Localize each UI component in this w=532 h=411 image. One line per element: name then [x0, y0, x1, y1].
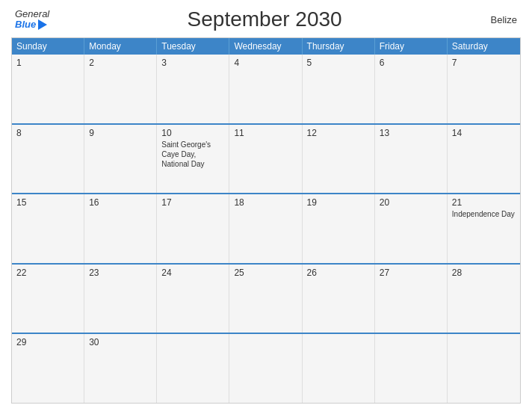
logo-blue-text: Blue: [15, 19, 36, 30]
day-number: 15: [16, 197, 79, 208]
day-number: 6: [380, 58, 442, 68]
day-number: 24: [161, 268, 224, 278]
day-number: 8: [16, 128, 79, 138]
calendar-grid: Sunday Monday Tuesday Wednesday Thursday…: [11, 37, 521, 404]
day-number: 2: [89, 58, 152, 68]
day-cell-w2-d5: 20: [375, 194, 448, 263]
day-cell-w2-d6: 21Independence Day: [448, 194, 520, 263]
day-number: 21: [452, 197, 516, 208]
day-number: 22: [16, 268, 79, 278]
day-cell-w2-d1: 16: [84, 194, 157, 263]
day-number: 17: [161, 197, 224, 208]
day-cell-w3-d2: 24: [157, 265, 229, 333]
day-cell-w0-d4: 5: [303, 55, 375, 123]
header-thursday: Thursday: [303, 38, 375, 55]
event-text: Saint George's Caye Day, National Day: [161, 140, 224, 169]
day-cell-w0-d6: 7: [448, 55, 520, 123]
day-number: 5: [307, 58, 370, 68]
header-tuesday: Tuesday: [157, 38, 229, 55]
header-monday: Monday: [84, 38, 157, 55]
header-wednesday: Wednesday: [229, 38, 302, 55]
day-number: 28: [452, 268, 516, 278]
day-cell-w4-d2: [157, 334, 229, 403]
day-number: 23: [89, 268, 152, 278]
day-cell-w3-d1: 23: [84, 265, 157, 333]
day-number: 19: [307, 197, 370, 208]
day-cell-w1-d3: 11: [229, 125, 302, 194]
week-row-2: 15161718192021Independence Day: [12, 193, 520, 263]
day-cell-w1-d1: 9: [84, 125, 157, 194]
day-headers-row: Sunday Monday Tuesday Wednesday Thursday…: [12, 38, 520, 55]
header-sunday: Sunday: [12, 38, 84, 55]
day-cell-w4-d0: 29: [12, 334, 84, 403]
day-number: 3: [161, 58, 224, 68]
day-cell-w2-d0: 15: [12, 194, 84, 263]
day-number: 9: [89, 128, 152, 138]
day-cell-w0-d3: 4: [229, 55, 302, 123]
weeks-container: 12345678910Saint George's Caye Day, Nati…: [12, 55, 520, 403]
week-row-3: 22232425262728: [12, 263, 520, 333]
week-row-4: 2930: [12, 333, 520, 403]
month-title: September 2030: [49, 7, 480, 31]
day-number: 29: [16, 337, 79, 347]
day-cell-w2-d4: 19: [303, 194, 375, 263]
day-number: 4: [234, 58, 297, 68]
day-number: 25: [234, 268, 297, 278]
day-cell-w4-d6: [448, 334, 520, 403]
day-number: 18: [234, 197, 297, 208]
day-cell-w0-d5: 6: [375, 55, 448, 123]
logo: General Blue: [15, 9, 49, 31]
country-label: Belize: [480, 14, 517, 25]
week-row-1: 8910Saint George's Caye Day, National Da…: [12, 123, 520, 194]
day-cell-w3-d0: 22: [12, 265, 84, 333]
day-number: 26: [307, 268, 370, 278]
day-cell-w3-d4: 26: [303, 265, 375, 333]
day-cell-w4-d3: [229, 334, 302, 403]
day-cell-w0-d0: 1: [12, 55, 84, 123]
calendar-header: General Blue September 2030 Belize: [11, 7, 521, 31]
day-cell-w1-d4: 12: [303, 125, 375, 194]
event-text: Independence Day: [452, 209, 516, 219]
day-number: 10: [161, 128, 224, 138]
day-cell-w1-d2: 10Saint George's Caye Day, National Day: [157, 125, 229, 194]
day-cell-w3-d6: 28: [448, 265, 520, 333]
day-number: 16: [89, 197, 152, 208]
day-cell-w1-d6: 14: [448, 125, 520, 194]
calendar-container: General Blue September 2030 Belize Sunda…: [0, 0, 532, 411]
header-friday: Friday: [375, 38, 448, 55]
day-cell-w4-d4: [303, 334, 375, 403]
day-number: 30: [89, 337, 152, 347]
day-number: 1: [16, 58, 79, 68]
week-row-0: 1234567: [12, 55, 520, 123]
day-cell-w4-d5: [375, 334, 448, 403]
day-number: 11: [234, 128, 297, 138]
day-number: 7: [452, 58, 516, 68]
day-cell-w0-d2: 3: [157, 55, 229, 123]
day-number: 20: [380, 197, 442, 208]
day-number: 14: [452, 128, 516, 138]
day-cell-w4-d1: 30: [84, 334, 157, 403]
day-cell-w2-d2: 17: [157, 194, 229, 263]
day-cell-w0-d1: 2: [84, 55, 157, 123]
logo-icon: [36, 19, 47, 30]
day-cell-w3-d3: 25: [229, 265, 302, 333]
day-cell-w3-d5: 27: [375, 265, 448, 333]
day-cell-w1-d0: 8: [12, 125, 84, 194]
day-number: 27: [380, 268, 442, 278]
header-saturday: Saturday: [448, 38, 520, 55]
day-cell-w1-d5: 13: [375, 125, 448, 194]
logo-general-text: General: [15, 9, 49, 19]
day-cell-w2-d3: 18: [229, 194, 302, 263]
day-number: 13: [380, 128, 442, 138]
day-number: 12: [307, 128, 370, 138]
